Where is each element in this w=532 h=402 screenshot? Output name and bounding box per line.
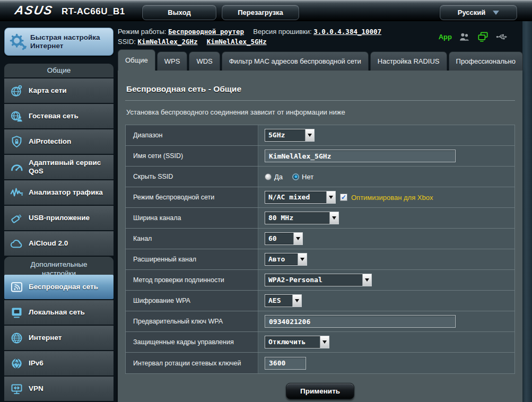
tab-6[interactable]: Профессионально bbox=[449, 51, 523, 71]
clients-icon[interactable] bbox=[458, 31, 470, 43]
network-status-icon[interactable] bbox=[477, 31, 489, 43]
sidebar-item-label: Гостевая сеть bbox=[29, 112, 82, 120]
tab-label: Фильтр MAC адресов беспроводной сети bbox=[229, 57, 361, 65]
field-label: Расширенный канал bbox=[126, 249, 258, 269]
sidebar-item-label: Локальная сеть bbox=[29, 308, 88, 317]
checkbox-icon[interactable] bbox=[340, 194, 347, 201]
form-row: Шифрование WPAAES bbox=[126, 291, 514, 311]
guest-network-icon bbox=[4, 109, 29, 124]
sidebar-item[interactable]: USB-приложение bbox=[4, 206, 114, 230]
router-admin-page: ASUS RT-AC66U_B1 Выход Перезагрузка Русс… bbox=[0, 0, 532, 402]
sidebar-item[interactable]: Интернет bbox=[4, 326, 114, 350]
ssid-label: SSID: bbox=[118, 38, 136, 46]
extension-channel-select[interactable]: Авто bbox=[265, 253, 307, 266]
wireless-mode-select[interactable]: N/AC mixed bbox=[265, 191, 336, 204]
operation-mode-label: Режим работы: bbox=[118, 28, 166, 36]
dropdown-arrow-icon[interactable] bbox=[293, 233, 302, 244]
sidebar-item-label: IPv6 bbox=[29, 359, 47, 368]
channel-select[interactable]: 60 bbox=[265, 232, 303, 245]
dropdown-arrow-icon[interactable] bbox=[305, 129, 314, 141]
protected-frames-select[interactable]: Отключить bbox=[265, 336, 329, 348]
sidebar-item[interactable]: VPN bbox=[4, 377, 114, 401]
dropdown-arrow-icon[interactable] bbox=[329, 212, 338, 224]
auth-method-select[interactable]: WPA2-Personal bbox=[265, 274, 372, 286]
tab-3[interactable]: WDS bbox=[189, 51, 220, 71]
page-title: Беспроводная сеть - Общие bbox=[126, 84, 514, 94]
hide-ssid-radio-option[interactable]: Нет bbox=[292, 173, 313, 181]
checkbox-label: Оптимизирован для Xbox bbox=[351, 194, 433, 202]
firmware-version-link[interactable]: 3.0.0.4.384_10007 bbox=[313, 28, 381, 36]
dropdown-arrow-icon[interactable] bbox=[326, 191, 335, 203]
field-value: ДаНет bbox=[258, 167, 514, 187]
radio-button-icon[interactable] bbox=[292, 173, 299, 180]
tab-1[interactable]: Общие bbox=[118, 49, 155, 71]
usb-drive-icon bbox=[4, 211, 29, 225]
sidebar-item-label: AiCloud 2.0 bbox=[29, 239, 71, 248]
language-label: Русский bbox=[458, 8, 486, 16]
field-value: 80 MHz bbox=[258, 208, 514, 228]
app-link[interactable]: App bbox=[439, 33, 452, 41]
field-label: Ширина канала bbox=[126, 208, 258, 228]
selected-value: N/AC mixed bbox=[265, 191, 326, 203]
sidebar-item[interactable]: Анализатор трафика bbox=[4, 180, 114, 205]
sidebar-item[interactable]: Беспроводная сеть bbox=[4, 275, 114, 299]
main-content: ОбщиеWPSWDSФильтр MAC адресов беспроводн… bbox=[118, 49, 522, 402]
form-row: Диапазон5GHz bbox=[126, 125, 514, 146]
tab-2[interactable]: WPS bbox=[157, 51, 188, 71]
hide-ssid-radio-option[interactable]: Да bbox=[265, 173, 283, 181]
form-row: Защищенные кадры управленияОтключить bbox=[126, 332, 514, 353]
status-icons: App bbox=[439, 31, 508, 43]
svg-text:IPV6: IPV6 bbox=[13, 361, 20, 365]
dropdown-arrow-icon[interactable] bbox=[298, 254, 307, 265]
dropdown-arrow-icon[interactable] bbox=[292, 295, 301, 307]
selected-value: 80 MHz bbox=[265, 212, 329, 224]
form-row: Канал60 bbox=[126, 229, 514, 249]
sidebar-item[interactable]: Гостевая сеть bbox=[4, 104, 114, 128]
xbox-optimized-checkbox[interactable]: Оптимизирован для Xbox bbox=[340, 194, 433, 202]
ssid-2ghz-link[interactable]: KimNelAlex_2GHz bbox=[138, 38, 198, 46]
tab-5[interactable]: Настройка RADIUS bbox=[370, 51, 447, 71]
sidebar-item[interactable]: AiCloud 2.0 bbox=[4, 231, 114, 256]
band-select[interactable]: 5GHz bbox=[265, 129, 315, 142]
apply-button[interactable]: Применить bbox=[286, 383, 354, 399]
quick-internet-setup-button[interactable]: Быстрая настройка Интернет bbox=[4, 28, 114, 56]
dropdown-arrow-icon[interactable] bbox=[362, 274, 371, 286]
ssid-5ghz-link[interactable]: KimNelAlex_5GHz bbox=[207, 38, 267, 46]
wpa-key-input[interactable] bbox=[265, 315, 456, 328]
field-label: Диапазон bbox=[126, 125, 258, 145]
channel-bandwidth-select[interactable]: 80 MHz bbox=[265, 212, 339, 224]
key-rotation-input[interactable] bbox=[265, 357, 306, 370]
sidebar-item[interactable]: Карта сети bbox=[4, 78, 114, 103]
selected-value: Отключить bbox=[265, 336, 320, 348]
dropdown-arrow-icon[interactable] bbox=[320, 336, 329, 348]
field-label: Предварительный ключ WPA bbox=[126, 311, 258, 331]
firmware-label: Версия прошивки: bbox=[253, 28, 311, 36]
sidebar-section-title: Общие bbox=[4, 64, 114, 77]
page-background-strip bbox=[522, 21, 532, 402]
form-row: Скрыть SSIDДаНет bbox=[126, 167, 514, 187]
sidebar-item-label: Интернет bbox=[29, 334, 65, 342]
sidebar-item[interactable]: AiProtection bbox=[4, 129, 114, 154]
tab-label: Профессионально bbox=[456, 57, 516, 65]
form-row: Метод проверки подлинностиWPA2-Personal bbox=[126, 270, 514, 291]
operation-mode-link[interactable]: Беспроводной роутер bbox=[168, 28, 244, 36]
selected-value: Авто bbox=[265, 254, 298, 265]
radio-button-icon[interactable] bbox=[265, 173, 272, 180]
wireless-icon bbox=[4, 280, 29, 294]
field-value: 5GHz bbox=[258, 125, 514, 145]
form-row: Интервал ротации сетевых ключей bbox=[126, 353, 514, 373]
selected-value: AES bbox=[265, 295, 292, 307]
reboot-button[interactable]: Перезагрузка bbox=[222, 5, 299, 20]
logout-button[interactable]: Выход bbox=[142, 5, 216, 20]
usb-status-icon[interactable] bbox=[495, 31, 508, 43]
wpa-encryption-select[interactable]: AES bbox=[265, 294, 302, 307]
lan-port-icon bbox=[4, 305, 29, 320]
language-dropdown[interactable]: Русский bbox=[440, 5, 517, 20]
content-panel: Беспроводная сеть - Общие Установка бесп… bbox=[118, 71, 522, 402]
ssid-input[interactable] bbox=[265, 150, 456, 162]
page-description: Установка беспроводного соединения завис… bbox=[126, 108, 514, 116]
sidebar-item[interactable]: IPV6IPv6 bbox=[4, 351, 114, 375]
sidebar-item[interactable]: Локальная сеть bbox=[4, 300, 114, 325]
tab-4[interactable]: Фильтр MAC адресов беспроводной сети bbox=[222, 51, 369, 71]
sidebar-item[interactable]: Адаптивный сервис QoS bbox=[4, 155, 114, 179]
